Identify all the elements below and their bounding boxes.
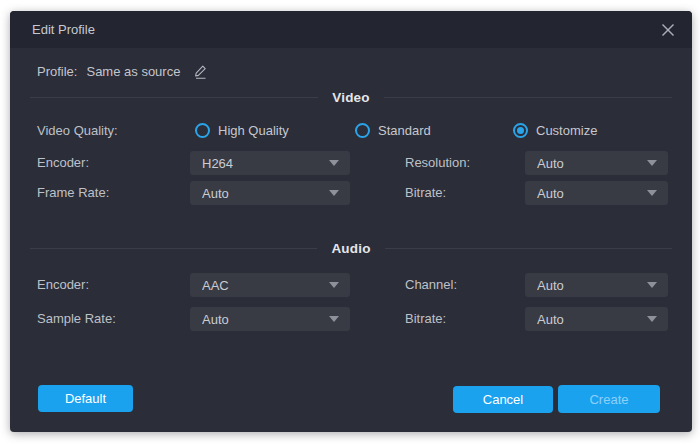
video-bitrate-label: Bitrate: bbox=[405, 181, 446, 205]
video-section-title: Video bbox=[332, 90, 370, 105]
dialog-titlebar: Edit Profile bbox=[10, 11, 692, 48]
chevron-down-icon bbox=[647, 160, 657, 166]
divider-line bbox=[30, 248, 317, 249]
video-section-header: Video bbox=[30, 89, 672, 105]
pencil-icon bbox=[192, 63, 209, 80]
chevron-down-icon bbox=[647, 282, 657, 288]
video-resolution-label: Resolution: bbox=[405, 151, 470, 175]
radio-unselected-icon bbox=[355, 123, 370, 138]
radio-high-quality[interactable]: High Quality bbox=[195, 122, 289, 139]
edit-profile-dialog: Edit Profile Profile: Same as source Vid… bbox=[10, 11, 692, 432]
dropdown-value: AAC bbox=[202, 278, 329, 293]
dropdown-value: Auto bbox=[537, 312, 647, 327]
chevron-down-icon bbox=[329, 316, 339, 322]
dialog-title: Edit Profile bbox=[32, 11, 95, 48]
video-bitrate-dropdown[interactable]: Auto bbox=[525, 181, 668, 205]
video-encoder-label: Encoder: bbox=[37, 151, 89, 175]
chevron-down-icon bbox=[647, 190, 657, 196]
audio-samplerate-dropdown[interactable]: Auto bbox=[190, 307, 350, 331]
video-encoder-dropdown[interactable]: H264 bbox=[190, 151, 350, 175]
edit-profile-name-button[interactable] bbox=[192, 63, 209, 80]
audio-section-header: Audio bbox=[30, 240, 672, 256]
dropdown-value: H264 bbox=[202, 156, 329, 171]
dropdown-value: Auto bbox=[202, 312, 329, 327]
audio-samplerate-label: Sample Rate: bbox=[37, 307, 116, 331]
chevron-down-icon bbox=[329, 190, 339, 196]
audio-bitrate-label: Bitrate: bbox=[405, 307, 446, 331]
radio-unselected-icon bbox=[195, 123, 210, 138]
video-resolution-dropdown[interactable]: Auto bbox=[525, 151, 668, 175]
radio-selected-icon bbox=[513, 123, 528, 138]
audio-bitrate-dropdown[interactable]: Auto bbox=[525, 307, 668, 331]
divider-line bbox=[384, 97, 672, 98]
video-framerate-label: Frame Rate: bbox=[37, 181, 109, 205]
dropdown-value: Auto bbox=[537, 278, 647, 293]
profile-value: Same as source bbox=[86, 64, 180, 79]
dropdown-value: Auto bbox=[202, 186, 329, 201]
divider-line bbox=[385, 248, 672, 249]
create-button[interactable]: Create bbox=[558, 385, 660, 413]
profile-row: Profile: Same as source bbox=[37, 62, 209, 80]
video-quality-label: Video Quality: bbox=[37, 122, 118, 139]
audio-encoder-label: Encoder: bbox=[37, 273, 89, 297]
audio-channel-label: Channel: bbox=[405, 273, 457, 297]
audio-encoder-dropdown[interactable]: AAC bbox=[190, 273, 350, 297]
chevron-down-icon bbox=[329, 160, 339, 166]
dropdown-value: Auto bbox=[537, 186, 647, 201]
audio-channel-dropdown[interactable]: Auto bbox=[525, 273, 668, 297]
radio-standard[interactable]: Standard bbox=[355, 122, 431, 139]
radio-customize[interactable]: Customize bbox=[513, 122, 597, 139]
divider-line bbox=[30, 97, 318, 98]
close-button[interactable] bbox=[657, 19, 679, 41]
chevron-down-icon bbox=[647, 316, 657, 322]
close-icon bbox=[660, 22, 676, 38]
default-button[interactable]: Default bbox=[38, 385, 133, 412]
cancel-button[interactable]: Cancel bbox=[453, 386, 553, 413]
dropdown-value: Auto bbox=[537, 156, 647, 171]
profile-label: Profile: bbox=[37, 64, 77, 79]
audio-section-title: Audio bbox=[331, 241, 370, 256]
chevron-down-icon bbox=[329, 282, 339, 288]
video-framerate-dropdown[interactable]: Auto bbox=[190, 181, 350, 205]
